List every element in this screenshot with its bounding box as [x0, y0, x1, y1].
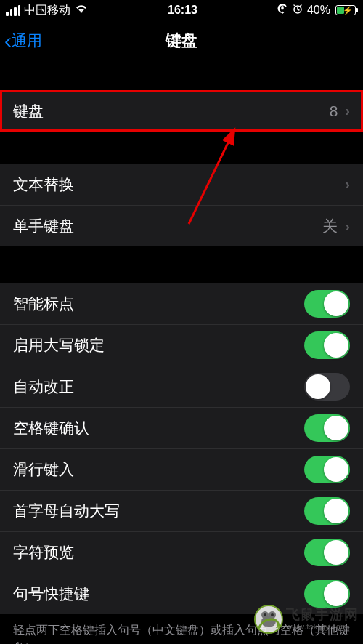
row-keyboards[interactable]: 键盘 8 ›: [0, 90, 363, 132]
row-toggle: 空格键确认: [0, 407, 363, 448]
toggle-switch[interactable]: [304, 539, 350, 566]
toggle-label: 自动改正: [13, 377, 74, 397]
chevron-right-icon: ›: [345, 102, 350, 119]
wifi-icon: [74, 4, 89, 17]
battery-percent: 40%: [307, 4, 330, 17]
rotation-lock-icon: [277, 3, 288, 17]
svg-rect-0: [281, 7, 283, 9]
row-label: 键盘: [13, 101, 44, 121]
toggle-switch[interactable]: [304, 290, 350, 318]
clock: 16:13: [168, 4, 197, 17]
toggle-switch[interactable]: [304, 580, 350, 608]
toggle-label: 智能标点: [13, 294, 74, 314]
row-toggle: 滑行键入: [0, 448, 363, 490]
back-label: 通用: [12, 31, 42, 51]
nav-header: ‹ 通用 键盘: [0, 20, 363, 61]
watermark: 飞鼠手游网 www.fsktgy.com: [254, 605, 359, 634]
watermark-name: 飞鼠手游网: [286, 608, 359, 623]
watermark-url: www.fsktgy.com: [286, 622, 359, 631]
row-toggle: 自动改正: [0, 366, 363, 407]
svg-point-8: [271, 613, 274, 616]
toggle-switch[interactable]: [304, 373, 350, 401]
chevron-right-icon: ›: [345, 176, 350, 193]
toggle-switch[interactable]: [304, 331, 350, 359]
toggle-switch[interactable]: [304, 497, 350, 525]
watermark-logo-icon: [254, 605, 283, 634]
svg-point-7: [264, 613, 266, 616]
row-toggle: 字符预览: [0, 531, 363, 573]
row-one-handed-keyboard[interactable]: 单手键盘 关 ›: [0, 205, 363, 246]
toggle-switch[interactable]: [304, 456, 350, 483]
row-label: 文本替换: [13, 174, 74, 195]
battery-icon: ⚡: [334, 5, 356, 15]
row-value: 8: [330, 102, 338, 120]
toggle-switch[interactable]: [304, 414, 350, 442]
carrier-label: 中国移动: [24, 3, 70, 18]
toggle-label: 首字母自动大写: [13, 501, 120, 521]
toggle-label: 字符预览: [13, 542, 74, 563]
toggle-label: 滑行键入: [13, 459, 74, 480]
row-value: 关: [322, 216, 338, 236]
alarm-icon: [292, 3, 303, 17]
chevron-left-icon: ‹: [4, 30, 12, 52]
row-toggle: 首字母自动大写: [0, 490, 363, 531]
row-toggle: 启用大写锁定: [0, 324, 363, 366]
row-text-replacement[interactable]: 文本替换 ›: [0, 164, 363, 205]
page-title: 键盘: [166, 30, 197, 52]
chevron-right-icon: ›: [345, 218, 350, 235]
row-label: 单手键盘: [13, 216, 74, 236]
toggle-label: 空格键确认: [13, 418, 89, 438]
back-button[interactable]: ‹ 通用: [4, 20, 42, 61]
row-toggle: 智能标点: [0, 283, 363, 324]
toggle-label: 句号快捷键: [13, 584, 89, 604]
toggle-label: 启用大写锁定: [13, 335, 105, 355]
signal-icon: [6, 5, 20, 16]
status-bar: 中国移动 16:13 40% ⚡: [0, 0, 363, 20]
